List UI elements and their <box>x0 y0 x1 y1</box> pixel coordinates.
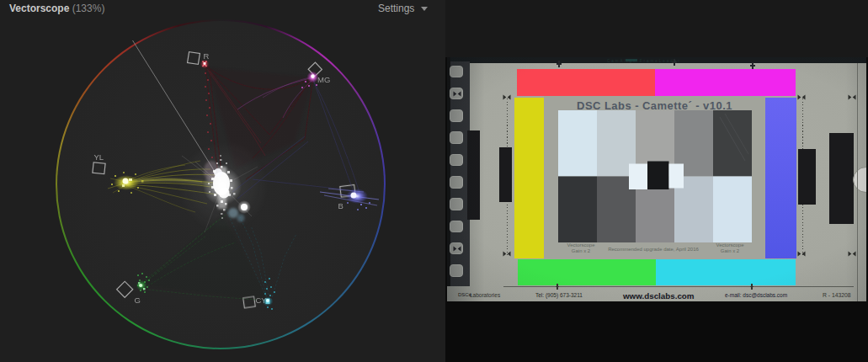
svg-text:R: R <box>204 51 210 61</box>
svg-text:MG: MG <box>317 75 330 84</box>
svg-text:G: G <box>135 295 141 305</box>
svg-text:B: B <box>338 201 343 210</box>
svg-text:YL: YL <box>94 152 104 162</box>
